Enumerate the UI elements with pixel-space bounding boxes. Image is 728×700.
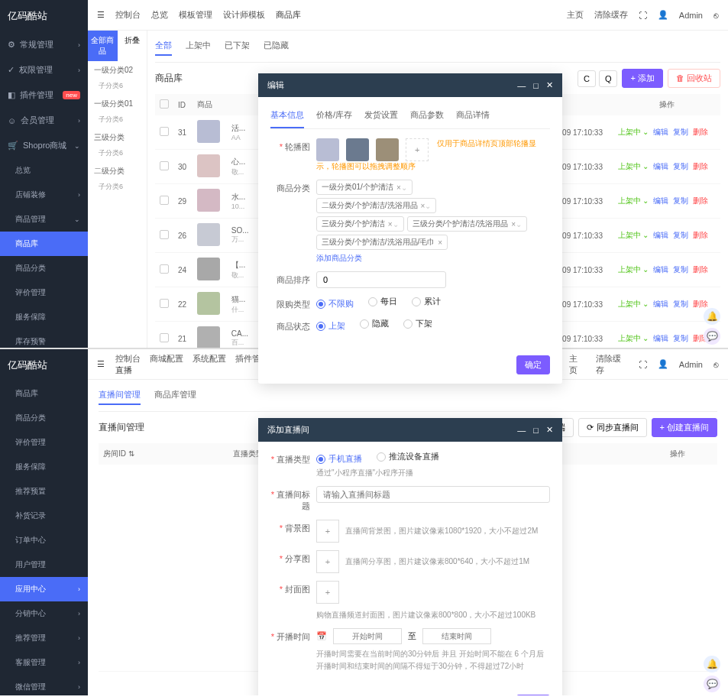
carousel-img-2[interactable] bbox=[346, 138, 369, 161]
cat-sub[interactable]: 子分类6 bbox=[88, 79, 147, 95]
room-title-input[interactable] bbox=[316, 486, 550, 503]
sub-service[interactable]: 服务保障 bbox=[0, 305, 88, 329]
sub-product-cat[interactable]: 商品分类 bbox=[0, 256, 88, 280]
logout-icon[interactable]: ⎋ bbox=[713, 11, 719, 20]
select-all-checkbox[interactable] bbox=[160, 99, 169, 109]
menu-item[interactable]: 用户管理 bbox=[0, 553, 88, 577]
menu-shopro[interactable]: 🛒Shopro商城⌄ bbox=[0, 133, 88, 158]
copy-link[interactable]: 复制 bbox=[673, 333, 688, 344]
upload-bg[interactable]: + bbox=[316, 520, 339, 543]
radio-phone-live[interactable]: 手机直播 bbox=[316, 453, 362, 465]
sub-product-lib[interactable]: 商品库 bbox=[0, 232, 88, 256]
row-checkbox[interactable] bbox=[160, 230, 169, 239]
sub-decor[interactable]: 店铺装修› bbox=[0, 183, 88, 207]
user-icon[interactable]: 👤 bbox=[658, 359, 668, 369]
menu-perm[interactable]: ✓权限管理› bbox=[0, 57, 88, 83]
copy-link[interactable]: 复制 bbox=[673, 299, 688, 309]
delete-link[interactable]: 删除 bbox=[693, 161, 708, 172]
logout-icon[interactable]: ⎋ bbox=[713, 360, 719, 369]
cat-sub[interactable]: 子分类6 bbox=[88, 180, 147, 196]
edit-link[interactable]: 编辑 bbox=[653, 333, 668, 344]
radio-nolimit[interactable]: 不限购 bbox=[316, 298, 354, 309]
sync-button[interactable]: ⟳ 同步直播间 bbox=[578, 418, 646, 437]
confirm-button[interactable]: 确定 bbox=[516, 355, 550, 374]
delete-link[interactable]: 删除 bbox=[693, 264, 708, 275]
cat-item[interactable]: 二级分类 bbox=[88, 162, 147, 180]
nav-designer[interactable]: 设计师模板 bbox=[223, 9, 265, 21]
sub-overview[interactable]: 总览 bbox=[0, 158, 88, 183]
radio-stream-live[interactable]: 推流设备直播 bbox=[377, 451, 439, 462]
status-dropdown[interactable]: 上架中 ⌄ bbox=[618, 299, 649, 309]
status-dropdown[interactable]: 上架中 ⌄ bbox=[618, 196, 649, 206]
sub-review[interactable]: 评价管理 bbox=[0, 280, 88, 305]
menu-item[interactable]: 应用中心› bbox=[0, 577, 88, 601]
status-dropdown[interactable]: 上架中 ⌄ bbox=[618, 161, 649, 172]
modal-close-icon[interactable]: ✕ bbox=[546, 80, 553, 90]
fab-bell-icon[interactable]: 🔔 bbox=[704, 308, 720, 325]
cat-item[interactable]: 三级分类 bbox=[88, 128, 147, 147]
copy-link[interactable]: 复制 bbox=[673, 161, 688, 172]
cat-item[interactable]: 一级分类01 bbox=[88, 95, 147, 113]
radio-total[interactable]: 累计 bbox=[412, 296, 441, 307]
row-checkbox[interactable] bbox=[160, 127, 169, 136]
time-end-input[interactable] bbox=[422, 628, 491, 644]
fab-chat-icon[interactable]: 💬 bbox=[704, 328, 720, 345]
carousel-img-3[interactable] bbox=[376, 138, 399, 161]
cat-tab-all[interactable]: 全部商品 bbox=[88, 31, 118, 61]
nav-console[interactable]: 控制台 bbox=[115, 9, 141, 21]
modal-min-icon[interactable]: — bbox=[517, 426, 526, 435]
add-carousel-button[interactable]: + bbox=[406, 138, 429, 161]
row-checkbox[interactable] bbox=[160, 299, 169, 308]
hamburger-icon[interactable]: ☰ bbox=[97, 359, 105, 369]
mtab-detail[interactable]: 商品详情 bbox=[456, 106, 490, 128]
tab-live-product[interactable]: 商品库管理 bbox=[154, 386, 196, 405]
tab-all[interactable]: 全部 bbox=[155, 37, 172, 56]
user-icon[interactable]: 👤 bbox=[658, 10, 668, 20]
upload-cover[interactable]: + bbox=[316, 581, 339, 604]
nav-product-lib[interactable]: 商品库 bbox=[276, 9, 301, 21]
mtab-ship[interactable]: 发货设置 bbox=[364, 106, 398, 128]
delete-link[interactable]: 删除 bbox=[693, 127, 708, 138]
row-checkbox[interactable] bbox=[160, 196, 169, 205]
delete-link[interactable]: 删除 bbox=[693, 196, 708, 206]
sub-stock[interactable]: 库存预警 bbox=[0, 329, 88, 348]
edit-link[interactable]: 编辑 bbox=[653, 196, 668, 206]
edit-link[interactable]: 编辑 bbox=[653, 230, 668, 241]
nav-item[interactable]: 系统配置 bbox=[193, 354, 226, 363]
add-button[interactable]: + 添加 bbox=[622, 69, 662, 88]
menu-plugin[interactable]: ◧插件管理new bbox=[0, 83, 88, 108]
link-clear-cache[interactable]: 清除缓存 bbox=[596, 353, 628, 376]
radio-off[interactable]: 下架 bbox=[403, 318, 432, 329]
nav-template[interactable]: 模板管理 bbox=[179, 9, 212, 21]
status-dropdown[interactable]: 上架中 ⌄ bbox=[618, 264, 649, 275]
modal-close-icon[interactable]: ✕ bbox=[546, 425, 553, 435]
refresh-button[interactable]: C bbox=[578, 70, 596, 87]
cat-item[interactable]: 一级分类02 bbox=[88, 61, 147, 79]
user-name[interactable]: Admin bbox=[679, 11, 703, 20]
cat-sub[interactable]: 子分类6 bbox=[88, 147, 147, 162]
modal-max-icon[interactable]: □ bbox=[533, 426, 539, 435]
edit-link[interactable]: 编辑 bbox=[653, 299, 668, 309]
status-dropdown[interactable]: 上架中 ⌄ bbox=[618, 127, 649, 138]
status-dropdown[interactable]: 上架中 ⌄ bbox=[618, 333, 649, 344]
col-room-id[interactable]: 房间ID ⇅ bbox=[99, 443, 228, 465]
mtab-param[interactable]: 商品参数 bbox=[410, 106, 444, 128]
user-name[interactable]: Admin bbox=[679, 360, 703, 369]
menu-item[interactable]: 商品库 bbox=[0, 381, 88, 406]
nav-item[interactable]: 控制台 bbox=[115, 354, 141, 363]
row-checkbox[interactable] bbox=[160, 264, 169, 274]
radio-daily[interactable]: 每日 bbox=[368, 296, 397, 307]
modal-min-icon[interactable]: — bbox=[517, 81, 526, 90]
menu-item[interactable]: 商品分类 bbox=[0, 406, 88, 430]
link-home[interactable]: 主页 bbox=[569, 353, 585, 376]
col-id[interactable]: ID bbox=[173, 94, 193, 115]
edit-link[interactable]: 编辑 bbox=[653, 264, 668, 275]
link-home[interactable]: 主页 bbox=[567, 9, 584, 21]
nav-item[interactable]: 商城配置 bbox=[150, 354, 183, 363]
menu-item[interactable]: 推荐管理› bbox=[0, 626, 88, 650]
radio-on[interactable]: 上架 bbox=[316, 320, 345, 332]
row-checkbox[interactable] bbox=[160, 161, 169, 170]
expand-icon[interactable]: ⛶ bbox=[639, 360, 647, 369]
menu-item[interactable]: 微信管理› bbox=[0, 675, 88, 695]
nav-overview[interactable]: 总览 bbox=[151, 9, 168, 21]
